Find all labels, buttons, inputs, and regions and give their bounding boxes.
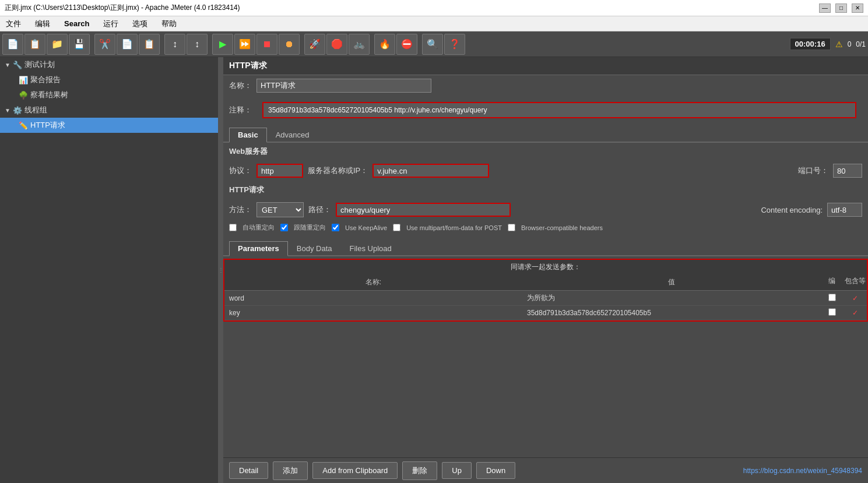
param-1-encode-check[interactable] <box>828 308 836 316</box>
checkboxes-row: 自动重定向 跟随重定向 Use KeepAlive Use multipart/… <box>223 221 868 234</box>
down-button[interactable]: Down <box>476 462 515 479</box>
path-label: 路径： <box>308 205 331 215</box>
remote-shutdown-button[interactable]: 🚲 <box>349 34 370 55</box>
name-label: 名称： <box>229 80 252 91</box>
close-button[interactable]: ✕ <box>852 3 863 13</box>
multipart-check[interactable] <box>393 224 400 231</box>
browser-compat-check[interactable] <box>508 224 515 231</box>
detail-button[interactable]: Detail <box>229 462 268 479</box>
sidebar-item-result-tree[interactable]: 🌳 察看结果树 <box>0 87 218 103</box>
method-label: 方法： <box>229 205 252 215</box>
toolbar: 📄 📋 📁 💾 ✂️ 📄 📋 ↕ ↕ ▶ ⏩ ⏹ ⏺ 🚀 🛑 🚲 🔥 ⛔ 🔍 ❓… <box>0 31 868 57</box>
path-input[interactable] <box>336 203 511 217</box>
col-encode-header: 编 <box>820 276 844 288</box>
title-bar: 正则.jmx (C:\Users\2113\Desktop\正则.jmx) - … <box>0 0 868 16</box>
help-button[interactable]: ❓ <box>444 34 465 55</box>
menu-help[interactable]: 帮助 <box>158 17 180 30</box>
save-button[interactable]: 💾 <box>69 34 90 55</box>
encoding-input[interactable] <box>827 203 862 217</box>
collapse-thread-group[interactable]: ▼ <box>5 107 10 114</box>
maximize-button[interactable]: □ <box>835 3 847 13</box>
cut-button[interactable]: ✂️ <box>94 34 115 55</box>
start-button[interactable]: ▶ <box>212 34 233 55</box>
http-request-section: HTTP请求 方法： GET POST PUT DELETE 路径： Conte… <box>223 181 868 221</box>
tab-parameters[interactable]: Parameters <box>229 241 288 256</box>
tab-basic[interactable]: Basic <box>229 128 267 143</box>
method-path-row: 方法： GET POST PUT DELETE 路径： Content enco… <box>223 199 868 221</box>
tabs-bar: Basic Advanced <box>223 124 868 143</box>
remote-start-button[interactable]: 🚀 <box>304 34 325 55</box>
minimize-button[interactable]: — <box>819 3 831 13</box>
shutdown-button[interactable]: ⏺ <box>279 34 300 55</box>
clear-button[interactable]: 🔥 <box>374 34 395 55</box>
collapse-button[interactable]: ↕ <box>187 34 208 55</box>
bottom-bar: Detail 添加 Add from Clipboard 删除 Up Down … <box>223 457 868 483</box>
http-request-icon: ✏️ <box>19 121 28 130</box>
delete-button[interactable]: 删除 <box>402 461 437 480</box>
sidebar-item-thread-group[interactable]: ▼ ⚙️ 线程组 <box>0 103 218 118</box>
name-row: 名称： <box>223 75 868 96</box>
param-0-encode <box>820 291 844 305</box>
keep-alive-check[interactable] <box>332 224 339 231</box>
sidebar: ▼ 🔧 测试计划 📊 聚合报告 🌳 察看结果树 ▼ ⚙️ 线程组 ✏️ HTTP… <box>0 57 219 483</box>
menu-options[interactable]: 选项 <box>129 17 151 30</box>
new-button[interactable]: 📄 <box>2 34 23 55</box>
sidebar-item-test-plan[interactable]: ▼ 🔧 测试计划 <box>0 57 218 72</box>
port-input[interactable] <box>833 164 862 178</box>
encoding-label: Content encoding: <box>761 206 823 214</box>
multipart-label: Use multipart/form-data for POST <box>406 224 502 231</box>
auto-redirect-label: 自动重定向 <box>243 223 275 232</box>
menu-edit[interactable]: 编辑 <box>31 17 54 30</box>
comment-box: 35d8d791b3d3a578dc652720105405b5 http://… <box>262 102 856 118</box>
param-1-include: ✓ <box>844 306 867 319</box>
params-tabs-bar: Parameters Body Data Files Upload <box>223 238 868 256</box>
auto-redirect-check[interactable] <box>229 224 237 231</box>
params-header: 同请求一起发送参数： <box>224 260 867 274</box>
stop-button[interactable]: ⏹ <box>256 34 277 55</box>
copy-button[interactable]: 📄 <box>117 34 138 55</box>
content-area: HTTP请求 名称： 注释： 35d8d791b3d3a578dc6527201… <box>223 57 868 483</box>
web-server-form-row: 协议： 服务器名称或IP： 端口号： <box>223 160 868 181</box>
paste-button[interactable]: 📋 <box>139 34 160 55</box>
http-request-section-title: HTTP请求 <box>223 181 868 199</box>
template-button[interactable]: 📋 <box>24 34 45 55</box>
clipboard-button[interactable]: Add from Clipboard <box>312 462 398 479</box>
sidebar-item-http-request[interactable]: ✏️ HTTP请求 <box>0 118 218 133</box>
param-row-1[interactable]: key 35d8d791b3d3a578dc652720105405b5 ✓ <box>224 306 867 320</box>
tab-body-data[interactable]: Body Data <box>288 241 341 255</box>
param-row-0[interactable]: word 为所欲为 ✓ <box>224 291 867 306</box>
web-server-section: Web服务器 协议： 服务器名称或IP： 端口号： <box>223 143 868 181</box>
comment-row: 注释： 35d8d791b3d3a578dc652720105405b5 htt… <box>223 96 868 124</box>
window-title: 正则.jmx (C:\Users\2113\Desktop\正则.jmx) - … <box>5 3 240 13</box>
tab-advanced[interactable]: Advanced <box>267 128 318 142</box>
expand-button[interactable]: ↕ <box>164 34 185 55</box>
comment-value: 35d8d791b3d3a578dc652720105405b5 http://… <box>268 106 487 114</box>
menu-run[interactable]: 运行 <box>100 17 122 30</box>
menu-search[interactable]: Search <box>61 18 93 29</box>
remote-stop-button[interactable]: 🛑 <box>326 34 347 55</box>
param-0-name: word <box>224 292 522 305</box>
start-no-pause-button[interactable]: ⏩ <box>234 34 255 55</box>
search-button[interactable]: 🔍 <box>422 34 443 55</box>
name-input[interactable] <box>256 79 431 93</box>
host-input[interactable] <box>372 164 489 178</box>
sidebar-item-aggregate[interactable]: 📊 聚合报告 <box>0 72 218 87</box>
add-button[interactable]: 添加 <box>273 461 308 480</box>
collapse-test-plan[interactable]: ▼ <box>5 62 10 68</box>
up-button[interactable]: Up <box>442 462 472 479</box>
param-0-value: 为所欲为 <box>522 291 820 305</box>
resize-handle[interactable]: ⋮ <box>219 57 223 483</box>
menu-file[interactable]: 文件 <box>2 17 24 30</box>
clear-all-button[interactable]: ⛔ <box>396 34 417 55</box>
tab-files-upload[interactable]: Files Upload <box>341 241 400 255</box>
follow-redirect-check[interactable] <box>280 224 288 231</box>
protocol-input[interactable] <box>256 164 303 178</box>
host-label: 服务器名称或IP： <box>308 165 368 176</box>
method-select[interactable]: GET POST PUT DELETE <box>256 202 304 217</box>
test-plan-icon: 🔧 <box>13 61 22 69</box>
protocol-label: 协议： <box>229 165 252 176</box>
thread-group-icon: ⚙️ <box>13 106 22 115</box>
param-0-encode-check[interactable] <box>828 294 836 301</box>
open-button[interactable]: 📁 <box>47 34 68 55</box>
web-server-title: Web服务器 <box>223 143 868 160</box>
